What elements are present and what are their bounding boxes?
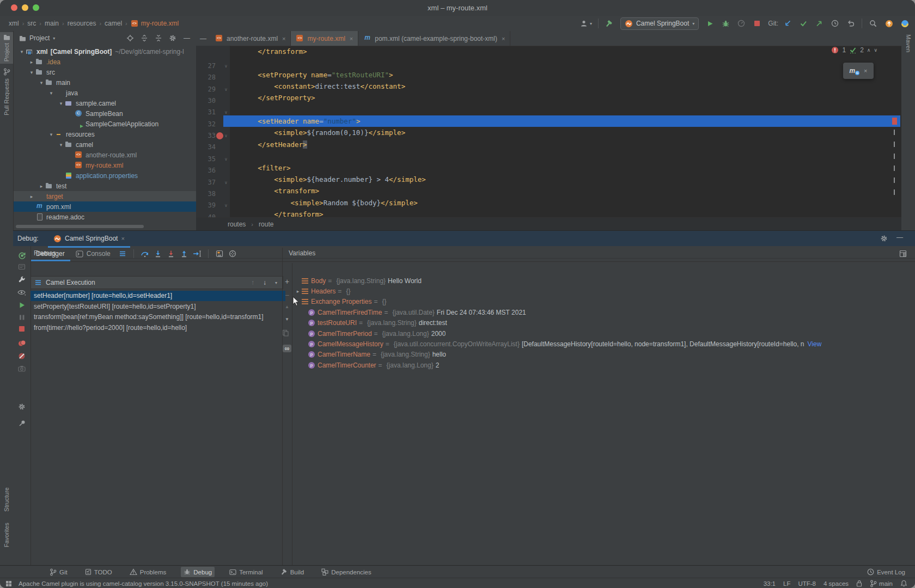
tree-item[interactable]: ▾java (14, 88, 196, 98)
tree-item[interactable]: ▾sample.camel (14, 98, 196, 108)
line-number[interactable]: 31 (199, 107, 216, 118)
select-opened-file-icon[interactable] (125, 33, 135, 43)
breadcrumb-routes[interactable]: routes (228, 220, 246, 228)
code-line[interactable]: <constant>direct:test</constant> (225, 81, 405, 92)
line-number[interactable]: 29 (199, 84, 216, 95)
sidebar-item-favorites[interactable]: Favorites (0, 523, 13, 547)
variable-row[interactable]: Body={java.lang.String}Hello World (292, 275, 907, 286)
breadcrumb-route[interactable]: route (259, 220, 273, 228)
hide-panel-icon[interactable]: — (182, 33, 192, 43)
variable-row[interactable]: pCamelMessageHistory={java.util.concurre… (292, 339, 907, 349)
tree-toggle-icon[interactable]: ▾ (47, 90, 55, 96)
run-button[interactable] (705, 19, 715, 28)
code-line[interactable]: <simple>Random ${body}</simple> (225, 197, 418, 209)
variable-row[interactable]: ptestRouteURI={java.lang.String}direct:t… (292, 318, 907, 328)
file-encoding[interactable]: UTF-8 (798, 580, 816, 587)
stripe-mark[interactable] (894, 189, 895, 195)
variable-row[interactable]: pCamelTimerFiredTime={java.util.Date}Fri… (292, 307, 907, 317)
divider[interactable] (282, 248, 283, 566)
expand-all-icon[interactable] (139, 33, 149, 43)
close-icon[interactable]: × (121, 235, 124, 242)
code-line[interactable]: <simple>${header.number} > 4</simple> (225, 174, 426, 185)
tool-window-button-terminal[interactable]: Terminal (227, 567, 265, 577)
close-icon[interactable]: × (864, 68, 867, 74)
code-line[interactable]: <setProperty name="testRouteURI"> (225, 69, 393, 81)
tool-window-switcher-icon[interactable] (5, 580, 12, 587)
stripe-mark[interactable] (894, 177, 895, 183)
stop-button[interactable] (752, 19, 762, 28)
close-tab-icon[interactable]: × (350, 35, 353, 42)
code-line[interactable]: <setHeader name="number"> (225, 115, 360, 127)
line-separator[interactable]: LF (783, 580, 790, 587)
inspections-widget[interactable]: 1 2 ∧ ∨ (831, 46, 877, 54)
add-watch-icon[interactable]: + (282, 277, 292, 286)
prev-error-icon[interactable]: ∧ (867, 47, 871, 53)
debug-session-tab[interactable]: Camel SpringBoot × (48, 231, 130, 248)
stripe-mark[interactable] (894, 166, 895, 171)
build-project-icon[interactable] (605, 19, 614, 28)
stop-icon[interactable] (17, 324, 27, 334)
tree-item[interactable]: ▸target (14, 191, 196, 201)
tool-window-button-debug[interactable]: Debug (181, 567, 215, 577)
code-line[interactable]: </setProperty> (225, 92, 315, 103)
breadcrumb-item[interactable]: main (45, 20, 59, 27)
tool-window-button-problems[interactable]: Problems (127, 567, 169, 577)
tree-item[interactable]: ▾resources (14, 129, 196, 139)
tree-item[interactable]: ▾main (14, 77, 196, 88)
tool-window-button-dependencies[interactable]: Dependencies (319, 567, 374, 577)
variable-row[interactable]: pCamelTimerName={java.lang.String}hello (292, 350, 907, 360)
vcs-push-icon[interactable] (814, 19, 824, 28)
line-number[interactable]: 30 (199, 95, 216, 107)
debug-button[interactable] (721, 19, 730, 28)
close-tab-icon[interactable]: × (502, 35, 505, 42)
stripe-mark[interactable] (894, 142, 895, 147)
sidebar-item-project[interactable]: Project (0, 32, 13, 64)
editor-tab[interactable]: my-route.xml× (291, 31, 358, 46)
tree-item[interactable]: pom.xml (14, 201, 196, 212)
line-number[interactable]: 33 (199, 130, 216, 142)
chevron-down-icon[interactable]: ▾ (275, 280, 277, 285)
update-available-icon[interactable] (884, 19, 894, 28)
tree-item[interactable]: ▾xml[Camel SpringBoot]~/Dev/git/camel-sp… (14, 46, 196, 57)
thread-selector[interactable]: Camel Execution ↑ ↓ ▾ (30, 276, 283, 289)
line-number[interactable]: 36 (199, 165, 216, 176)
tree-toggle-icon[interactable]: ▾ (38, 80, 45, 85)
tree-item[interactable]: ▾src (14, 67, 196, 77)
thread-dump-icon[interactable] (17, 262, 27, 272)
tree-toggle-icon[interactable]: ▾ (57, 101, 65, 106)
expand-icon[interactable]: ▸ (294, 289, 302, 294)
run-configuration-select[interactable]: Camel SpringBoot ▾ (620, 17, 699, 30)
tree-toggle-icon[interactable]: ▸ (38, 183, 45, 189)
tree-toggle-icon[interactable]: ▾ (28, 70, 35, 75)
lock-icon[interactable] (856, 580, 862, 587)
evaluate-watch-icon[interactable]: ∞ (283, 345, 291, 352)
line-number[interactable]: 39 (199, 200, 216, 211)
event-log-button[interactable]: Event Log (867, 568, 905, 575)
tree-item[interactable]: my-route.xml (14, 160, 196, 170)
stripe-mark[interactable] (894, 130, 895, 135)
snapshot-icon[interactable] (17, 364, 27, 373)
hide-tabs-icon[interactable]: — (196, 31, 210, 46)
view-link[interactable]: View (808, 340, 822, 348)
line-number[interactable]: 37 (199, 177, 216, 188)
vcs-update-icon[interactable] (783, 19, 792, 28)
frame-row[interactable]: transform[bean[ref:myBean method:saySome… (30, 312, 285, 322)
tree-toggle-icon[interactable]: ▾ (47, 132, 55, 137)
editor-tab[interactable]: another-route.xml× (210, 31, 291, 46)
sidebar-item-pull-requests[interactable]: Pull Requests (0, 68, 13, 115)
view-options-icon[interactable] (17, 287, 27, 297)
breadcrumb-current-file[interactable]: my-route.xml (131, 20, 179, 27)
tree-item[interactable]: another-route.xml (14, 150, 196, 160)
ide-feature-icon[interactable] (900, 19, 910, 28)
frame-row[interactable]: from[timer://hello?period=2000] [route=h… (30, 323, 285, 333)
tool-window-button-todo[interactable]: TODO (82, 567, 115, 577)
code-line[interactable]: <simple>${random(0,10)}</simple> (225, 127, 405, 138)
breadcrumb-item[interactable]: xml (9, 20, 19, 27)
breadcrumb-item[interactable]: camel (105, 20, 122, 27)
debug-panel-header[interactable]: Debug: (13, 231, 915, 246)
sidebar-item-structure[interactable]: Structure (0, 487, 13, 512)
variable-row[interactable]: pCamelTimerCounter={java.lang.Long}2 (292, 360, 907, 370)
tree-item[interactable]: ▸test (14, 181, 196, 191)
variable-row[interactable]: Exchange Properties={} (292, 297, 907, 307)
breakpoint-icon[interactable] (216, 132, 223, 139)
